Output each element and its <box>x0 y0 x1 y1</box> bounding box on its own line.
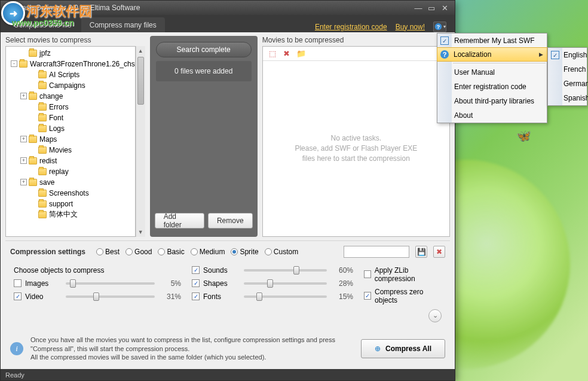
tree-item[interactable]: AI Scripts <box>6 69 135 80</box>
delete-preset-icon[interactable]: ✖ <box>433 246 445 258</box>
tabbar: Compress one file Compress many files En… <box>1 15 455 32</box>
tree-item[interactable]: Screenshots <box>6 188 135 199</box>
tree-expander[interactable]: + <box>20 136 27 142</box>
choose-objects-label: Choose objects to compress <box>14 266 181 275</box>
folder-icon <box>38 190 47 197</box>
menu-third-party-libs[interactable]: About third-party libraries <box>437 94 547 108</box>
sounds-slider[interactable] <box>244 269 327 272</box>
tree-expander <box>30 125 36 132</box>
tree-item[interactable]: Errors <box>6 102 135 112</box>
tree-item[interactable]: Logs <box>6 123 135 134</box>
folder-icon <box>29 179 37 186</box>
tree-item-label: Campaigns <box>49 81 85 90</box>
preset-basic[interactable]: Basic <box>158 248 184 256</box>
tree-item[interactable]: jpfz <box>6 48 135 59</box>
link-enter-registration[interactable]: Enter registration code <box>315 23 387 31</box>
video-checkbox[interactable]: ✓ <box>14 292 22 300</box>
queue-toolbar: ⬚ ✖ 📁 <box>263 47 449 61</box>
video-slider[interactable] <box>66 295 155 298</box>
tree-expander[interactable]: + <box>20 179 27 185</box>
save-preset-icon[interactable]: 💾 <box>415 246 427 258</box>
tab-compress-one[interactable]: Compress one file <box>5 17 80 32</box>
remove-button[interactable]: Remove <box>208 213 253 228</box>
tree-item[interactable]: Font <box>6 112 135 123</box>
images-slider[interactable] <box>66 282 155 285</box>
svg-text:?: ? <box>436 24 439 30</box>
folder-icon <box>38 168 47 175</box>
fonts-slider[interactable] <box>244 295 327 298</box>
lang-spanish[interactable]: Spanish <box>548 91 587 105</box>
compress-all-button[interactable]: ⊕ Compress All <box>361 339 445 358</box>
folder-icon <box>38 114 47 121</box>
sounds-checkbox[interactable]: ✓ <box>192 266 200 274</box>
tree-item[interactable]: +Maps <box>6 134 135 145</box>
tree-expander[interactable]: + <box>20 157 27 164</box>
tree-expander <box>30 211 36 218</box>
lang-english[interactable]: ✓English <box>548 48 587 62</box>
maximize-button[interactable]: ▭ <box>425 2 438 13</box>
expand-settings-button[interactable]: ⌄ <box>428 309 442 322</box>
search-status: Search complete <box>156 42 252 57</box>
menu-localization[interactable]: ? Localization▶ <box>437 47 547 62</box>
video-label: Video <box>25 292 59 301</box>
tree-expander[interactable]: - <box>11 60 17 67</box>
tree-item-label: support <box>49 200 73 208</box>
queue-clear-icon[interactable]: ⬚ <box>268 48 277 58</box>
tree-item[interactable]: +redist <box>6 156 135 166</box>
preset-sprite[interactable]: Sprite <box>231 248 258 256</box>
add-folder-button[interactable]: Add folder <box>155 213 204 228</box>
shapes-slider[interactable] <box>244 282 327 285</box>
zlib-checkbox[interactable] <box>364 270 371 278</box>
tree-item[interactable]: support <box>6 199 135 209</box>
images-label: Images <box>25 279 59 288</box>
menu-remember-last-swf[interactable]: ✓Remember My Last SWF <box>437 33 547 48</box>
queue-folder-icon[interactable]: 📁 <box>296 48 306 58</box>
close-button[interactable]: ✕ <box>438 2 451 13</box>
tree-expander[interactable]: + <box>20 93 27 99</box>
preset-good[interactable]: Good <box>125 248 152 256</box>
tree-item-label: Logs <box>49 124 65 133</box>
files-added-text: 0 files were added <box>156 61 252 81</box>
preset-custom[interactable]: Custom <box>265 248 298 256</box>
tree-expander <box>30 82 36 89</box>
preset-medium[interactable]: Medium <box>191 248 225 256</box>
wallpaper-butterfly: 🦋 <box>516 129 531 143</box>
tree-item-label: Errors <box>49 103 69 111</box>
tree-item[interactable]: +change <box>6 91 135 102</box>
help-button[interactable]: ? ▾ <box>433 22 446 32</box>
menu-user-manual[interactable]: User Manual <box>437 65 547 80</box>
preset-combo[interactable] <box>344 246 409 258</box>
menu-about[interactable]: About <box>437 108 547 123</box>
preset-best[interactable]: Best <box>96 248 120 256</box>
lang-french[interactable]: French <box>548 62 587 77</box>
tree-scrollbar[interactable]: ▲▼ <box>136 46 145 237</box>
sounds-pct: 60% <box>334 266 353 275</box>
fonts-pct: 15% <box>334 292 353 301</box>
minimize-button[interactable]: — <box>412 2 425 13</box>
tree-item[interactable]: Movies <box>6 145 135 156</box>
status-text: Ready <box>5 371 24 379</box>
queue-delete-icon[interactable]: ✖ <box>282 48 292 58</box>
zero-checkbox[interactable]: ✓ <box>364 292 371 300</box>
shapes-checkbox[interactable]: ✓ <box>192 279 200 287</box>
tree-expander <box>30 114 36 121</box>
lang-german[interactable]: German <box>548 77 587 91</box>
images-pct: 5% <box>162 279 181 288</box>
link-buy-now[interactable]: Buy now! <box>396 23 425 31</box>
folder-tree[interactable]: jpfz-Warcraft3FrozenThrone1.26_chsAI Scr… <box>5 46 136 237</box>
images-checkbox[interactable] <box>14 279 22 287</box>
svg-text:?: ? <box>443 51 447 58</box>
app-icon <box>4 4 13 12</box>
shapes-pct: 28% <box>334 279 353 288</box>
tree-item[interactable]: +save <box>6 177 135 188</box>
menu-enter-registration[interactable]: Enter registration code <box>437 80 547 94</box>
tree-item[interactable]: replay <box>6 166 135 177</box>
tree-expander <box>30 147 36 153</box>
tree-item[interactable]: 简体中文 <box>6 209 135 220</box>
tree-item[interactable]: -Warcraft3FrozenThrone1.26_chs <box>6 59 135 69</box>
tab-compress-many[interactable]: Compress many files <box>81 17 165 32</box>
fonts-checkbox[interactable]: ✓ <box>192 292 200 300</box>
tree-item[interactable]: Campaigns <box>6 80 135 91</box>
tree-expander <box>20 50 27 56</box>
folder-icon <box>38 125 47 132</box>
